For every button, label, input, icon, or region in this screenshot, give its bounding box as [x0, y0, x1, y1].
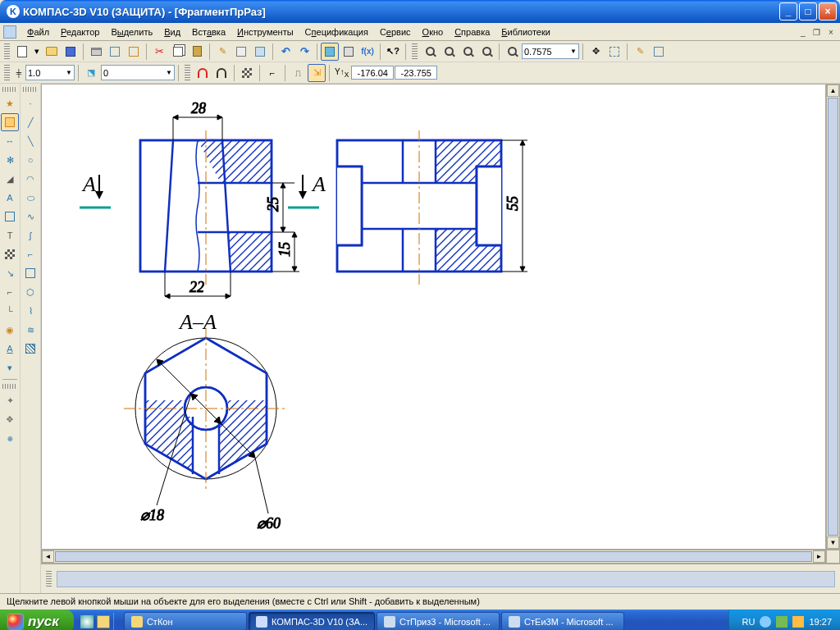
menu-service[interactable]: Сервис [374, 25, 417, 39]
snap-off-button[interactable] [212, 64, 231, 82]
redo-button[interactable]: ↷ [295, 43, 313, 61]
task-word2[interactable]: СтЕи3М - Microsoft ... [501, 612, 624, 630]
cat-symbols[interactable]: ✻ [1, 151, 19, 169]
cat-spec[interactable] [1, 245, 19, 263]
variables-button[interactable] [232, 43, 250, 61]
local-cs-button[interactable]: ⇲ [308, 64, 326, 82]
task-word1[interactable]: СтПриз3 - Microsoft ... [377, 612, 500, 630]
menu-libs[interactable]: Библиотеки [495, 25, 556, 39]
menu-help[interactable]: Справка [449, 25, 495, 39]
tool-misc2[interactable]: ❖ [1, 410, 19, 428]
cat-views[interactable]: └ [1, 302, 19, 320]
open-button[interactable] [43, 43, 61, 61]
style-dropdown[interactable]: ╪ [13, 64, 25, 82]
menu-file[interactable]: Файл [21, 25, 55, 39]
toolbar-grip[interactable] [412, 43, 418, 60]
vgrip[interactable] [2, 87, 17, 92]
tool-arc[interactable]: ◠ [21, 170, 39, 188]
tool-equidist[interactable]: ≋ [21, 321, 39, 339]
menu-editor[interactable]: Редактор [55, 25, 105, 39]
snap-global-button[interactable] [194, 64, 212, 82]
cut-button[interactable]: ✂ [150, 43, 168, 61]
coord-x-field[interactable]: -176.04 [351, 66, 394, 80]
tool-polygon[interactable]: ⬡ [21, 283, 39, 301]
tool-hatch[interactable] [21, 340, 39, 358]
copy-button[interactable] [169, 43, 187, 61]
tray-lang[interactable]: RU [742, 617, 756, 627]
layer-combo[interactable]: 0▼ [101, 65, 175, 80]
cat-tools[interactable]: ◉ [1, 321, 19, 339]
cat-dimensions[interactable]: ↔ [1, 132, 19, 150]
tool-contour[interactable]: ⌇ [21, 302, 39, 320]
maximize-button[interactable]: □ [799, 2, 817, 21]
line-style-combo[interactable]: 1.0▼ [25, 65, 75, 80]
zoom-dyn-button[interactable] [477, 43, 495, 61]
tool-spline[interactable]: ∿ [21, 208, 39, 226]
task-kompas[interactable]: КОМПАС-3D V10 (ЗА... [249, 612, 375, 630]
ortho-button[interactable]: ⌐ [263, 64, 281, 82]
doc-mgr-button[interactable] [125, 43, 143, 61]
toolbar-grip[interactable] [185, 65, 190, 81]
tray-icon-1[interactable] [760, 616, 771, 628]
tool-aux-line[interactable]: ╱ [21, 113, 39, 131]
tool-misc3[interactable]: ⎈ [1, 429, 19, 447]
tool-rect[interactable] [21, 264, 39, 282]
refresh-button[interactable]: ✎ [631, 43, 649, 61]
mdi-icon[interactable] [3, 25, 16, 39]
vgrip[interactable] [2, 384, 17, 389]
mdi-controls[interactable]: _ ❐ × [797, 27, 837, 37]
var-table-button[interactable] [340, 43, 358, 61]
ql-show-desktop-icon[interactable] [80, 615, 94, 628]
pan-button[interactable]: ✥ [587, 43, 605, 61]
tray-icon-2[interactable] [776, 616, 788, 628]
minimize-button[interactable]: _ [779, 2, 797, 21]
save-button[interactable] [62, 43, 80, 61]
round-button[interactable]: ⎍ [289, 64, 307, 82]
menu-tools[interactable]: Инструменты [231, 25, 299, 39]
undo-button[interactable]: ↶ [276, 43, 294, 61]
preview-button[interactable] [106, 43, 124, 61]
tool-misc1[interactable]: ✦ [1, 391, 19, 409]
zoom-in-button[interactable] [421, 43, 439, 61]
cat-favorites[interactable]: ★ [1, 94, 19, 112]
rotate-button[interactable] [605, 43, 623, 61]
scroll-horizontal[interactable]: ◄► [41, 550, 826, 564]
prop-track[interactable] [57, 571, 835, 587]
print-button[interactable] [87, 43, 105, 61]
zoom-combo[interactable]: 0.7575▼ [522, 43, 579, 59]
tool-chamfer[interactable]: ⌐ [21, 245, 39, 263]
cat-text[interactable]: A [1, 340, 19, 358]
toolbar-grip[interactable] [4, 43, 10, 60]
new-dropdown[interactable]: ▾ [32, 43, 42, 61]
cat-edit[interactable]: ◢ [1, 170, 19, 188]
menu-select[interactable]: Выделить [105, 25, 158, 39]
task-folder[interactable]: СтКон [124, 612, 247, 630]
fx-button[interactable]: f(x) [358, 43, 377, 61]
cat-geometry[interactable] [1, 113, 19, 131]
redraw-button[interactable] [650, 43, 668, 61]
lib-mgr-button[interactable] [321, 43, 339, 61]
new-button[interactable] [13, 43, 31, 61]
tool-ellipse[interactable]: ⬭ [21, 189, 39, 207]
ql-tc-icon[interactable] [97, 615, 110, 628]
layer-button[interactable]: ⬔ [82, 64, 100, 82]
paste-button[interactable] [188, 43, 206, 61]
scroll-vertical[interactable]: ▲▼ [826, 84, 840, 550]
close-button[interactable]: × [819, 2, 837, 21]
toolbar-grip[interactable] [4, 65, 10, 81]
zoom-fit-button[interactable] [503, 43, 521, 61]
start-button[interactable]: пуск [0, 609, 74, 630]
tool-point[interactable]: · [21, 94, 39, 112]
cat-insert[interactable]: ⌐ [1, 283, 19, 301]
tray-clock[interactable]: 19:27 [809, 617, 832, 627]
drawing-canvas[interactable]: А А [41, 84, 826, 550]
menu-insert[interactable]: Вставка [186, 25, 231, 39]
cat-select[interactable]: Т [1, 226, 19, 244]
menu-spec[interactable]: Спецификация [299, 25, 374, 39]
tool-segment[interactable]: ╲ [21, 132, 39, 150]
properties-button[interactable]: ✎ [213, 43, 231, 61]
cat-measure[interactable] [1, 208, 19, 226]
whats-this-button[interactable]: ↖? [384, 43, 402, 61]
vgrip[interactable] [23, 87, 38, 92]
cat-arrow-dn[interactable]: ▾ [1, 358, 19, 377]
